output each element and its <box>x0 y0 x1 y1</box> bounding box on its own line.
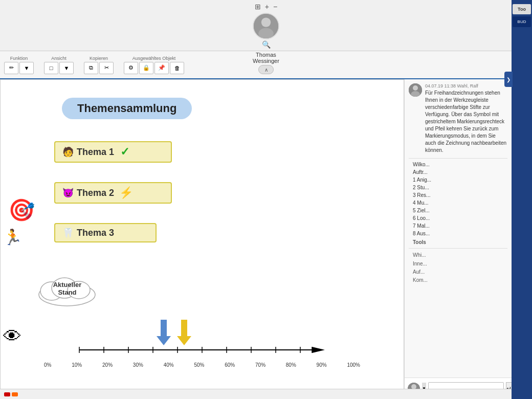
funktion-label: Funktion <box>10 56 28 61</box>
tools-label: Tools <box>409 237 507 246</box>
whiteboard-label: Whi... <box>409 251 507 259</box>
theme2-emoji: 😈 <box>62 187 74 198</box>
whiteboard[interactable]: Themensammlung 🧑 Thema 1 ✓ 😈 Thema 2 ⚡ 🦷… <box>0 79 404 399</box>
whiteboard-title: Themensammlung <box>62 98 192 119</box>
copy-btn[interactable]: ⧉ <box>84 62 98 74</box>
minus-icon: − <box>273 3 277 11</box>
chat-text: Für Freihandzeichnungen stehen Ihnen in … <box>425 90 507 154</box>
search-icon[interactable]: 🔍 <box>262 40 271 49</box>
ansicht-label: Ansicht <box>51 56 66 61</box>
theme1-label: Thema 1 <box>77 147 114 158</box>
kopieren-label: Kopieren <box>90 56 108 61</box>
chat-message-1: 04.07.19 11:38 Wahl, Ralf Für Freihandze… <box>409 83 507 154</box>
chat-divider-2 <box>409 248 507 249</box>
bottom-actions: Auf... <box>409 268 507 276</box>
chat-item-6[interactable]: 6 Loo... <box>409 214 507 222</box>
collapse-button[interactable]: ∧ <box>258 65 274 74</box>
eye-icon: 👁 <box>3 326 21 347</box>
funktion-buttons: ✏ ▼ <box>4 62 34 74</box>
objekt-label: Ausgewähltes Objekt <box>132 56 176 61</box>
chat-item-8[interactable]: 8 Aus... <box>409 230 507 237</box>
cloud-shape: AktuellerStand <box>34 267 100 309</box>
target-icon: 🎯 <box>8 197 35 223</box>
toolbar-group-kopieren: Kopieren ⧉ ✂ <box>84 56 114 74</box>
chat-sender-avatar <box>409 83 422 97</box>
cloud-text: AktuellerStand <box>48 281 86 296</box>
yellow-arrow <box>177 320 191 347</box>
bottom-bar <box>0 389 512 399</box>
cut-btn[interactable]: ✂ <box>99 62 114 74</box>
diagram-icon: ⊞ <box>255 3 261 11</box>
lightning-icon: ⚡ <box>119 186 133 199</box>
chat-item-2[interactable]: 2 Stu... <box>409 184 507 191</box>
pen-dropdown-btn[interactable]: ▼ <box>19 62 34 74</box>
theme3-emoji: 🦷 <box>62 227 74 238</box>
ansicht-buttons: □ ▼ <box>44 62 74 74</box>
inner-label: Inne... <box>409 259 507 268</box>
aufg-label: Auf... <box>413 269 425 275</box>
obj-settings-btn[interactable]: ⚙ <box>124 62 138 74</box>
chat-item-4[interactable]: 4 Mu... <box>409 199 507 207</box>
pen-btn[interactable]: ✏ <box>4 62 18 74</box>
theme3-label: Thema 3 <box>77 228 114 238</box>
expand-panel-button[interactable]: ❯ <box>504 72 513 87</box>
toolbar-group-ansicht: Ansicht □ ▼ <box>44 56 74 74</box>
view-btn[interactable]: □ <box>44 62 58 74</box>
far-right-sidebar: Too BUD ❯ <box>512 0 532 399</box>
theme1-emoji: 🧑 <box>62 146 74 158</box>
chat-item-5[interactable]: 5 Ziel... <box>409 207 507 214</box>
komm-label: Kom... <box>409 276 507 284</box>
svg-marker-12 <box>312 347 325 353</box>
check-icon: ✓ <box>120 145 129 159</box>
chat-item-wilko[interactable]: Wilko... <box>409 161 507 168</box>
profile-icons: ⊞ + − <box>255 3 277 11</box>
view-dropdown-btn[interactable]: ▼ <box>59 62 74 74</box>
theme-box-1[interactable]: 🧑 Thema 1 ✓ <box>54 141 172 163</box>
chat-message-content: 04.07.19 11:38 Wahl, Ralf Für Freihandze… <box>425 83 507 154</box>
obj-lock-btn[interactable]: 🔒 <box>139 62 153 74</box>
figure-icon: 🏃 <box>3 228 22 246</box>
search-icon-area: 🔍 <box>262 40 271 49</box>
chat-divider <box>409 158 507 159</box>
color-red[interactable] <box>4 392 10 396</box>
main-content: Themensammlung 🧑 Thema 1 ✓ 😈 Thema 2 ⚡ 🦷… <box>0 79 512 399</box>
theme-box-3[interactable]: 🦷 Thema 3 <box>54 223 157 242</box>
theme-box-2[interactable]: 😈 Thema 2 ⚡ <box>54 182 172 204</box>
right-panel: 04.07.19 11:38 Wahl, Ralf Für Freihandze… <box>404 79 512 399</box>
profile-area: ⊞ + − 🔍 Thomas Wessinger <box>253 3 279 64</box>
chat-item-auftr[interactable]: Auftr... <box>409 168 507 176</box>
svg-point-28 <box>411 384 416 389</box>
theme2-label: Thema 2 <box>77 188 114 198</box>
color-orange[interactable] <box>12 392 18 396</box>
progress-line: 0%10%20%30%40%50%60%70%80%90%100% <box>44 344 360 368</box>
obj-pin-btn[interactable]: 📌 <box>154 62 169 74</box>
chat-meta: 04.07.19 11:38 Wahl, Ralf <box>425 83 507 88</box>
progress-labels: 0%10%20%30%40%50%60%70%80%90%100% <box>44 362 360 368</box>
plus-icon: + <box>265 3 269 11</box>
top-bar: ⊞ + − 🔍 Thomas Wessinger <box>0 0 532 51</box>
objekt-buttons: ⚙ 🔒 📌 🗑 <box>124 62 184 74</box>
toolbar-group-funktion: Funktion ✏ ▼ <box>4 56 34 74</box>
chat-item-3[interactable]: 3 Res... <box>409 191 507 199</box>
profile-name: Thomas Wessinger <box>253 52 279 64</box>
svg-point-1 <box>261 17 271 27</box>
svg-point-25 <box>413 85 418 91</box>
too-button[interactable]: Too <box>513 4 531 14</box>
svg-point-2 <box>258 28 274 39</box>
obj-delete-btn[interactable]: 🗑 <box>170 62 184 74</box>
bud-button[interactable]: BUD <box>513 16 531 27</box>
toolbar-group-objekt: Ausgewähltes Objekt ⚙ 🔒 📌 🗑 <box>124 56 184 74</box>
svg-rect-7 <box>161 320 167 336</box>
svg-rect-9 <box>181 320 187 336</box>
chat-item-7[interactable]: 7 Mal... <box>409 222 507 230</box>
chat-item-1[interactable]: 1 Anig... <box>409 176 507 184</box>
chat-area: 04.07.19 11:38 Wahl, Ralf Für Freihandze… <box>405 79 512 378</box>
avatar[interactable] <box>253 13 279 39</box>
kopieren-buttons: ⧉ ✂ <box>84 62 114 74</box>
blue-arrow <box>157 320 171 347</box>
